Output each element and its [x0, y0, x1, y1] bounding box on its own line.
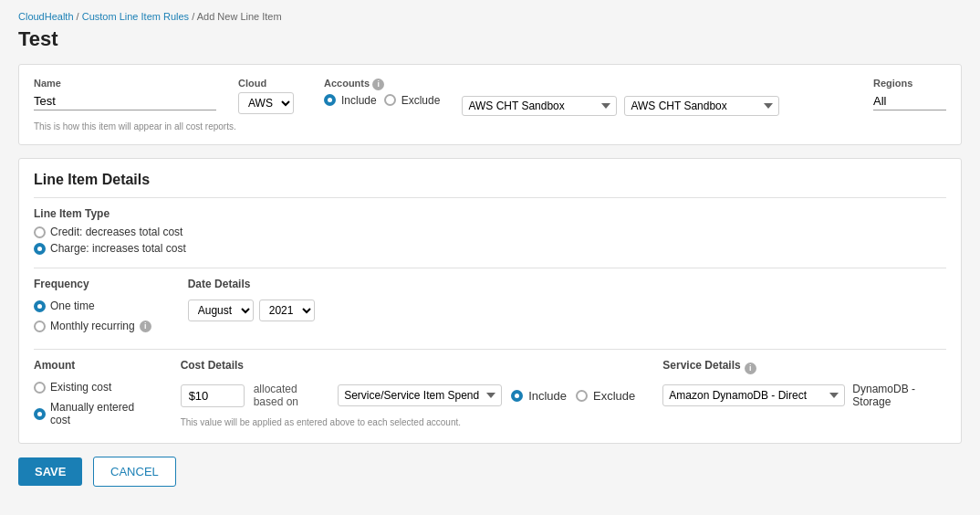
- one-time-radio[interactable]: [34, 300, 46, 312]
- charge-radio[interactable]: [34, 243, 46, 255]
- accounts-label: Accounts i: [324, 78, 440, 90]
- credit-radio[interactable]: [34, 226, 46, 238]
- exclude-radio[interactable]: [384, 94, 396, 106]
- year-select[interactable]: 2021: [259, 300, 315, 321]
- amount-group: Amount Existing cost Manually entered co…: [34, 359, 153, 430]
- accounts-info-icon: i: [372, 79, 384, 90]
- freq-date-row: Frequency One time Monthly recurring i D…: [34, 278, 946, 336]
- name-group: Name: [34, 78, 216, 110]
- service-value: DynamoDB - Storage: [852, 383, 946, 408]
- one-time-option[interactable]: One time: [34, 300, 151, 312]
- cost-details-group: Cost Details allocated based on Service/…: [181, 359, 636, 427]
- service-label-row: Service Details i: [662, 359, 946, 377]
- breadcrumb-current: Add New Line Item: [197, 11, 282, 22]
- account-select-2[interactable]: AWS CHT Sandbox: [624, 96, 779, 116]
- manually-entered-option[interactable]: Manually entered cost: [34, 401, 153, 426]
- date-label: Date Details: [188, 278, 315, 290]
- date-group: Date Details August 2021: [188, 278, 315, 321]
- name-input[interactable]: [34, 92, 216, 110]
- date-selects: August 2021: [188, 300, 315, 321]
- amount-divider: [34, 349, 946, 350]
- name-label: Name: [34, 78, 216, 89]
- exclude-label: Exclude: [401, 94, 441, 107]
- account-select-1[interactable]: AWS CHT Sandbox: [462, 96, 617, 116]
- amount-label: Amount: [34, 359, 153, 372]
- charge-option[interactable]: Charge: increases total cost: [34, 242, 946, 255]
- cost-method-select[interactable]: Service/Service Item Spend: [338, 384, 502, 406]
- accounts-group: Accounts i Include Exclude: [324, 78, 440, 107]
- service-details-label: Service Details: [662, 359, 740, 372]
- regions-group: Regions: [873, 78, 946, 110]
- month-select[interactable]: August: [188, 300, 254, 321]
- page-wrapper: CloudHealth / Custom Line Item Rules / A…: [0, 0, 980, 515]
- cloud-label: Cloud: [238, 78, 302, 89]
- allocated-text: allocated based on: [254, 383, 329, 408]
- line-item-type-label: Line Item Type: [34, 207, 946, 220]
- service-select[interactable]: Amazon DynamoDB - Direct: [662, 384, 845, 406]
- line-item-card: Line Item Details Line Item Type Credit:…: [18, 158, 962, 444]
- credit-label: Credit: decreases total cost: [50, 226, 182, 238]
- service-info-icon: i: [745, 363, 756, 374]
- breadcrumb-link-rules[interactable]: Custom Line Item Rules: [82, 11, 189, 22]
- page-title: Test: [18, 27, 962, 51]
- account-dropdowns: AWS CHT Sandbox AWS CHT Sandbox: [462, 96, 779, 116]
- breadcrumb: CloudHealth / Custom Line Item Rules / A…: [18, 11, 962, 22]
- service-details-group: Service Details i Amazon DynamoDB - Dire…: [662, 359, 946, 408]
- cost-exclude-label: Exclude: [593, 389, 635, 403]
- top-form-card: Name Cloud AWS Accounts i: [18, 64, 962, 145]
- existing-cost-option[interactable]: Existing cost: [34, 381, 153, 394]
- service-row: Amazon DynamoDB - Direct DynamoDB - Stor…: [662, 383, 946, 408]
- monthly-info-icon: i: [140, 321, 151, 332]
- existing-cost-label: Existing cost: [50, 381, 111, 394]
- include-radio-group: Include: [324, 94, 377, 107]
- existing-cost-radio[interactable]: [34, 382, 46, 394]
- cost-include-label: Include: [528, 389, 567, 403]
- frequency-group: Frequency One time Monthly recurring i: [34, 278, 151, 336]
- cloud-select[interactable]: AWS: [238, 92, 294, 114]
- cost-include-group: Include: [511, 389, 567, 403]
- cost-details-label: Cost Details: [181, 359, 636, 372]
- action-buttons: SAVE CANCEL: [18, 457, 962, 487]
- cost-exclude-group: Exclude: [576, 389, 635, 403]
- cost-exclude-radio[interactable]: [576, 390, 588, 402]
- regions-label: Regions: [873, 78, 946, 89]
- monthly-option[interactable]: Monthly recurring i: [34, 320, 151, 332]
- frequency-label: Frequency: [34, 278, 151, 290]
- line-item-divider: [34, 197, 946, 198]
- cost-input[interactable]: [181, 384, 245, 407]
- include-label: Include: [341, 94, 377, 107]
- line-item-section-title: Line Item Details: [34, 172, 946, 188]
- credit-option[interactable]: Credit: decreases total cost: [34, 226, 946, 238]
- value-hint: This value will be applied as entered ab…: [181, 417, 636, 427]
- cloud-group: Cloud AWS: [238, 78, 302, 114]
- monthly-label: Monthly recurring: [50, 320, 135, 332]
- monthly-radio[interactable]: [34, 321, 46, 332]
- save-button[interactable]: SAVE: [18, 457, 82, 486]
- regions-input[interactable]: [873, 92, 946, 110]
- cancel-button[interactable]: CANCEL: [93, 457, 176, 487]
- manually-entered-label: Manually entered cost: [50, 401, 153, 426]
- accounts-radio-row: Include Exclude: [324, 94, 440, 107]
- name-helper-text: This is how this item will appear in all…: [34, 121, 946, 131]
- cost-details-row: allocated based on Service/Service Item …: [181, 383, 636, 408]
- charge-label: Charge: increases total cost: [50, 242, 186, 255]
- cost-include-radio[interactable]: [511, 390, 523, 402]
- cloud-select-wrapper: AWS: [238, 92, 302, 114]
- breadcrumb-link-cloudhealth[interactable]: CloudHealth: [18, 11, 74, 22]
- freq-divider: [34, 268, 946, 268]
- include-radio[interactable]: [324, 94, 336, 106]
- amount-row: Amount Existing cost Manually entered co…: [34, 359, 946, 430]
- manually-entered-radio[interactable]: [34, 408, 46, 420]
- exclude-radio-group: Exclude: [384, 94, 441, 107]
- one-time-label: One time: [50, 300, 95, 312]
